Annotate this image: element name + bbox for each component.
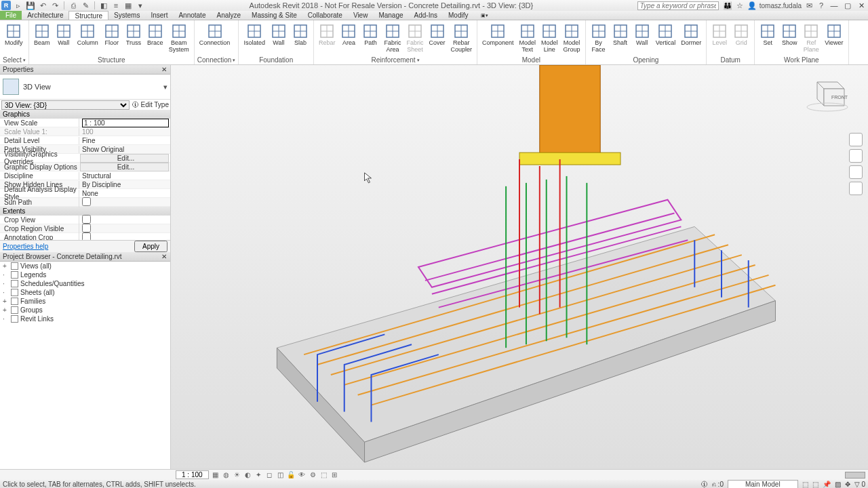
infocenter-icon[interactable]: 👪 [723, 1, 732, 10]
floor-button[interactable]: Floor [102, 22, 122, 48]
drawing-canvas[interactable] [171, 65, 868, 469]
maximize-button[interactable]: ▢ [842, 1, 853, 10]
minimize-button[interactable]: — [829, 1, 840, 10]
main-model-dropdown[interactable]: Main Model [728, 480, 798, 489]
component-button[interactable]: Component [480, 22, 516, 48]
qat-icon[interactable]: ◧ [99, 1, 108, 10]
tab-structure[interactable]: Structure [68, 11, 108, 20]
prop-row[interactable]: Sun Path [0, 198, 170, 207]
viewport-3d[interactable]: — ▢ ✕ [171, 65, 868, 469]
analytical-icon[interactable]: ⬚ [319, 470, 328, 479]
prop-row[interactable]: View Scale1 : 100 [0, 119, 170, 127]
temp-hide-icon[interactable]: 👁 [298, 470, 307, 479]
print-icon[interactable]: ⎙ [68, 1, 78, 10]
edit-type-button[interactable]: 🛈 Edit Type [132, 101, 169, 108]
tab-analyze[interactable]: Analyze [211, 11, 246, 20]
tab-file[interactable]: File [0, 11, 22, 20]
tab-modify[interactable]: Modify [443, 11, 473, 20]
isolated-button[interactable]: Isolated [241, 22, 267, 48]
qat-icon[interactable]: ▦ [123, 1, 133, 10]
cover-button[interactable]: Cover [427, 22, 448, 48]
signin-icon[interactable]: 👤 [747, 1, 757, 10]
tab-architecture[interactable]: Architecture [22, 11, 68, 20]
tab-annotate[interactable]: Annotate [173, 11, 211, 20]
truss-button[interactable]: Truss [123, 22, 144, 48]
rebar-coupler-button[interactable]: RebarCoupler [449, 22, 475, 55]
viewer-button[interactable]: Viewer [823, 22, 845, 48]
drag-icon[interactable]: ✥ [845, 481, 850, 488]
instance-selector[interactable]: 3D View: {3D} [1, 100, 130, 110]
crop-visible-icon[interactable]: ◫ [276, 470, 285, 479]
path-button[interactable]: Path [360, 22, 380, 48]
exchange-icon[interactable]: ✉ [804, 1, 814, 10]
by-face-button[interactable]: ByFace [589, 22, 609, 55]
measure-icon[interactable]: ✎ [81, 1, 90, 10]
fabric-area-button[interactable]: FabricArea [382, 22, 403, 55]
prop-value[interactable] [79, 232, 170, 241]
tab-massingsite[interactable]: Massing & Site [246, 11, 302, 20]
dormer-button[interactable]: Dormer [679, 22, 703, 48]
area-button[interactable]: Area [338, 22, 359, 48]
set-button[interactable]: Set [757, 22, 778, 48]
tree-item[interactable]: +Views (all) [0, 262, 170, 270]
orbit-icon[interactable] [849, 182, 863, 195]
qat-dropdown-icon[interactable]: ▾ [136, 1, 145, 10]
properties-help-link[interactable]: Properties help [3, 243, 48, 250]
tab-overflow[interactable]: ▣▾ [473, 11, 494, 20]
close-button[interactable]: ✕ [856, 1, 867, 10]
project-browser-tree[interactable]: +Views (all)·Legends·Schedules/Quantitie… [0, 262, 170, 469]
render-icon[interactable]: ✦ [254, 470, 263, 479]
sun-path-icon[interactable]: ☀ [233, 470, 241, 479]
help-icon[interactable]: ? [816, 1, 826, 10]
view-scale[interactable]: 1 : 100 [176, 470, 209, 479]
model-text-button[interactable]: ModelText [517, 22, 538, 55]
prop-group-header[interactable]: Graphics [0, 110, 170, 119]
close-icon[interactable]: ✕ [161, 66, 167, 73]
worksets-icon[interactable]: 🛈 [701, 481, 708, 488]
shadows-icon[interactable]: ◐ [243, 470, 252, 479]
zoom-icon[interactable] [849, 165, 863, 179]
tree-item[interactable]: ·Schedules/Quantities [0, 279, 170, 288]
type-selector[interactable]: 3D View ▾ [0, 75, 170, 99]
beam-button[interactable]: Beam [32, 22, 52, 48]
beam-system-button[interactable]: BeamSystem [167, 22, 191, 55]
redo-icon[interactable]: ↷ [50, 1, 60, 10]
apply-button[interactable]: Apply [134, 241, 167, 252]
pan-icon[interactable] [849, 149, 863, 163]
undo-icon[interactable]: ↶ [38, 1, 47, 10]
prop-value[interactable] [79, 197, 170, 207]
detail-level-icon[interactable]: ▦ [211, 470, 220, 479]
slab-button[interactable]: Slab [290, 22, 311, 48]
brace-button[interactable]: Brace [145, 22, 165, 48]
tree-item[interactable]: ·Revit Links [0, 314, 170, 323]
search-input[interactable] [637, 1, 719, 10]
tab-manage[interactable]: Manage [373, 11, 408, 20]
prop-row[interactable]: Detail LevelFine [0, 136, 170, 145]
prop-value[interactable]: Fine [79, 137, 170, 144]
prop-value[interactable]: By Discipline [79, 181, 170, 188]
prop-row[interactable]: Visibility/Graphics OverridesEdit... [0, 154, 170, 163]
vertical-button[interactable]: Vertical [654, 22, 678, 48]
tab-collaborate[interactable]: Collaborate [302, 11, 348, 20]
viewcube[interactable]: FRONT [800, 72, 854, 113]
save-icon[interactable]: 💾 [26, 1, 35, 10]
star-icon[interactable]: ☆ [735, 1, 745, 10]
prop-row[interactable]: Graphic Display OptionsEdit... [0, 163, 170, 171]
design-options-icon[interactable]: ⎌ :0 [712, 481, 724, 488]
tab-view[interactable]: View [348, 11, 374, 20]
select-links-icon[interactable]: ⬚ [802, 481, 808, 488]
prop-value[interactable]: Edit... [80, 163, 169, 171]
prop-row[interactable]: Scale Value 1:100 [0, 127, 170, 136]
model-line-button[interactable]: ModelLine [539, 22, 560, 55]
wall-button[interactable]: Wall [269, 22, 289, 48]
nav-bar[interactable] [849, 133, 863, 195]
prop-value[interactable]: Show Original [79, 146, 170, 153]
column-button[interactable]: Column [75, 22, 100, 48]
tree-item[interactable]: ·Sheets (all) [0, 288, 170, 297]
close-icon[interactable]: ✕ [161, 253, 167, 260]
select-face-icon[interactable]: ▨ [835, 481, 841, 488]
select-underlay-icon[interactable]: ⬚ [812, 481, 818, 488]
prop-value[interactable]: None [79, 190, 170, 197]
unlock-icon[interactable]: 🔓 [287, 470, 296, 479]
crop-icon[interactable]: ◻ [265, 470, 274, 479]
